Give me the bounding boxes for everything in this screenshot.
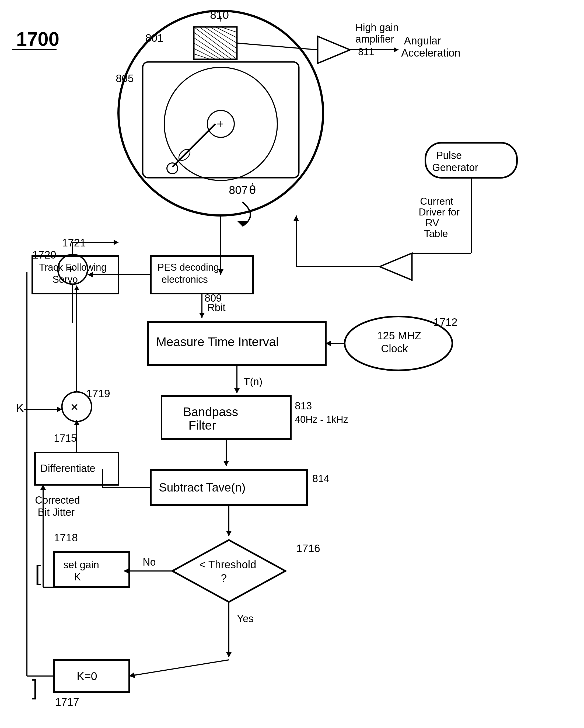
svg-text:K: K bbox=[74, 571, 81, 582]
pulse-generator-label: Pulse bbox=[436, 150, 462, 161]
current-driver-label: Current bbox=[420, 196, 453, 207]
tn-label: T(n) bbox=[244, 376, 263, 387]
bandpass-label: Bandpass bbox=[183, 405, 238, 419]
svg-text:?: ? bbox=[221, 572, 227, 584]
pes-decoding-label: PES decoding bbox=[158, 262, 219, 273]
svg-text:Generator: Generator bbox=[432, 162, 478, 173]
k-gain-label: K bbox=[16, 401, 24, 415]
svg-text:Servo: Servo bbox=[53, 274, 78, 285]
svg-text:Filter: Filter bbox=[188, 418, 216, 432]
label-1719: 1719 bbox=[86, 388, 110, 399]
no-label: No bbox=[143, 556, 156, 568]
multiplier-symbol: × bbox=[71, 399, 78, 415]
label-813: 813 bbox=[295, 400, 312, 412]
freq-label: 40Hz - 1kHz bbox=[295, 414, 348, 425]
track-following-label: Track Following bbox=[39, 262, 107, 273]
subtract-label: Subtract Tave(n) bbox=[159, 481, 245, 494]
k-zero-label: K=0 bbox=[77, 670, 97, 682]
set-gain-label: set gain bbox=[63, 559, 99, 570]
theta-label: 807 bbox=[229, 184, 248, 196]
label-1712: 1712 bbox=[433, 316, 457, 328]
label-1715: 1715 bbox=[54, 433, 77, 444]
yes-label: Yes bbox=[237, 613, 254, 624]
differentiate-label: Differentiate bbox=[41, 463, 95, 474]
label-1717: 1717 bbox=[55, 696, 79, 708]
svg-rect-0 bbox=[0, 0, 584, 728]
measure-time-label: Measure Time Interval bbox=[156, 335, 279, 349]
svg-text:Table: Table bbox=[424, 228, 448, 239]
label-805: 805 bbox=[116, 73, 134, 84]
threshold-label: < Threshold bbox=[199, 558, 256, 570]
svg-text:amplifier: amplifier bbox=[355, 33, 394, 45]
figure-label: 1700 bbox=[16, 28, 59, 50]
svg-text:Acceleration: Acceleration bbox=[401, 47, 460, 59]
bracket-open: [ bbox=[35, 561, 41, 585]
label-1720: 1720 bbox=[32, 249, 56, 261]
svg-text:electronics: electronics bbox=[162, 274, 208, 285]
svg-text:Clock: Clock bbox=[381, 343, 408, 355]
label-810: 810 bbox=[210, 9, 229, 21]
corrected-bit-jitter-label: Corrected bbox=[35, 494, 80, 506]
amplifier-label: High gain bbox=[355, 22, 399, 33]
theta-dot: θ̇ bbox=[249, 183, 256, 196]
angular-acceleration-label: Angular bbox=[404, 35, 441, 47]
rbit-label: Rbit bbox=[207, 302, 225, 313]
label-801: 801 bbox=[145, 32, 163, 44]
label-1718: 1718 bbox=[54, 532, 78, 544]
svg-text:RV: RV bbox=[425, 217, 439, 228]
diagram-container: 1700 810 801 + bbox=[0, 0, 584, 728]
svg-text:811: 811 bbox=[358, 46, 374, 57]
bracket-close: ] bbox=[32, 675, 38, 699]
label-814: 814 bbox=[312, 473, 329, 484]
svg-text:Driver for: Driver for bbox=[419, 207, 460, 217]
svg-text:+: + bbox=[217, 117, 224, 130]
label-1716: 1716 bbox=[296, 542, 320, 554]
clock-label: 125 MHZ bbox=[377, 330, 421, 341]
